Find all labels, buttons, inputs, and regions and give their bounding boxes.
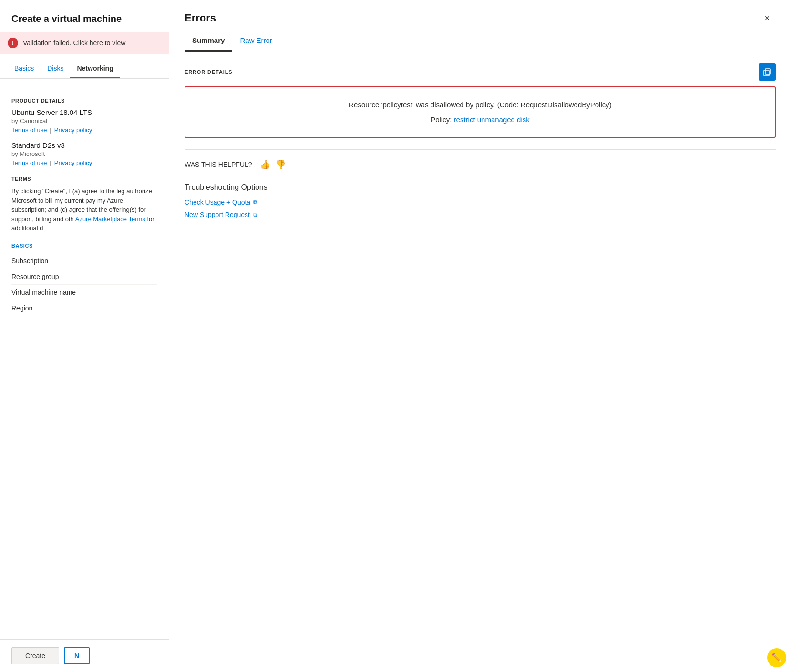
external-icon-2: ⧉ — [253, 211, 257, 218]
tab-raw-error[interactable]: Raw Error — [232, 31, 280, 52]
field-vm-name: Virtual machine name — [11, 285, 157, 300]
create-button[interactable]: Create — [11, 647, 59, 664]
external-icon-1: ⧉ — [253, 199, 257, 206]
product-1-terms[interactable]: Terms of use — [11, 126, 47, 134]
svg-rect-0 — [764, 70, 769, 76]
validation-error-text: Validation failed. Click here to view — [23, 39, 125, 47]
helpful-icons: 👍 👎 — [260, 159, 286, 170]
product-2-terms[interactable]: Terms of use — [11, 159, 47, 166]
tab-networking[interactable]: Networking — [70, 60, 120, 78]
thumbs-up-icon[interactable]: 👍 — [260, 159, 270, 170]
error-box-message: Resource 'policytest' was disallowed by … — [201, 101, 760, 109]
errors-tabs: Summary Raw Error — [169, 31, 791, 52]
copy-icon — [763, 68, 771, 76]
error-details-header: ERROR DETAILS — [185, 63, 776, 81]
product-1-by: by Canonical — [11, 117, 157, 124]
product-2-name: Standard D2s v3 — [11, 141, 157, 149]
product-2-privacy[interactable]: Privacy policy — [54, 159, 92, 166]
errors-header: Errors × — [169, 0, 791, 27]
tab-summary[interactable]: Summary — [185, 31, 232, 52]
product-details-label: PRODUCT DETAILS — [11, 98, 157, 103]
terms-text: By clicking "Create", I (a) agree to the… — [11, 186, 157, 233]
validation-error-bar[interactable]: ! Validation failed. Click here to view — [0, 32, 169, 54]
basics-label: BASICS — [11, 243, 157, 248]
left-content: PRODUCT DETAILS Ubuntu Server 18.04 LTS … — [0, 79, 169, 646]
errors-panel: Errors × Summary Raw Error ERROR DETAILS… — [169, 0, 791, 672]
left-panel: Create a virtual machine ! Validation fa… — [0, 0, 169, 672]
terms-label: TERMS — [11, 176, 157, 182]
field-resource-group: Resource group — [11, 269, 157, 285]
thumbs-down-icon[interactable]: 👎 — [275, 159, 286, 170]
product-1-name: Ubuntu Server 18.04 LTS — [11, 108, 157, 116]
policy-link[interactable]: restrict unmanaged disk — [454, 115, 530, 124]
helpful-label: WAS THIS HELPFUL? — [185, 161, 252, 168]
errors-title: Errors — [185, 12, 216, 24]
troubleshooting-title: Troubleshooting Options — [185, 183, 776, 192]
close-button[interactable]: × — [759, 10, 776, 27]
error-box: Resource 'policytest' was disallowed by … — [185, 86, 776, 138]
helpful-section: WAS THIS HELPFUL? 👍 👎 — [185, 159, 776, 170]
field-subscription: Subscription — [11, 253, 157, 269]
error-box-policy: Policy: restrict unmanaged disk — [201, 115, 760, 124]
check-usage-link[interactable]: Check Usage + Quota ⧉ — [185, 198, 776, 206]
product-2-links: Terms of use | Privacy policy — [11, 159, 157, 166]
product-1-links: Terms of use | Privacy policy — [11, 126, 157, 134]
product-1-privacy[interactable]: Privacy policy — [54, 126, 92, 134]
azure-marketplace-link[interactable]: Azure Marketplace Terms — [75, 216, 145, 223]
bottom-bar: Create N — [0, 639, 169, 672]
copy-button[interactable] — [759, 63, 776, 81]
tab-disks[interactable]: Disks — [41, 60, 70, 78]
page-title: Create a virtual machine — [0, 0, 169, 32]
errors-body: ERROR DETAILS Resource 'policytest' was … — [169, 52, 791, 235]
nav-tabs: Basics Disks Networking — [0, 54, 169, 79]
divider — [185, 149, 776, 150]
product-2-by: by Microsoft — [11, 150, 157, 157]
new-support-link[interactable]: New Support Request ⧉ — [185, 211, 776, 218]
next-button[interactable]: N — [64, 647, 90, 664]
tab-basics[interactable]: Basics — [8, 60, 41, 78]
field-region: Region — [11, 300, 157, 316]
error-icon: ! — [8, 38, 18, 48]
svg-rect-1 — [765, 69, 770, 74]
watermark: ✏️ — [767, 648, 786, 667]
